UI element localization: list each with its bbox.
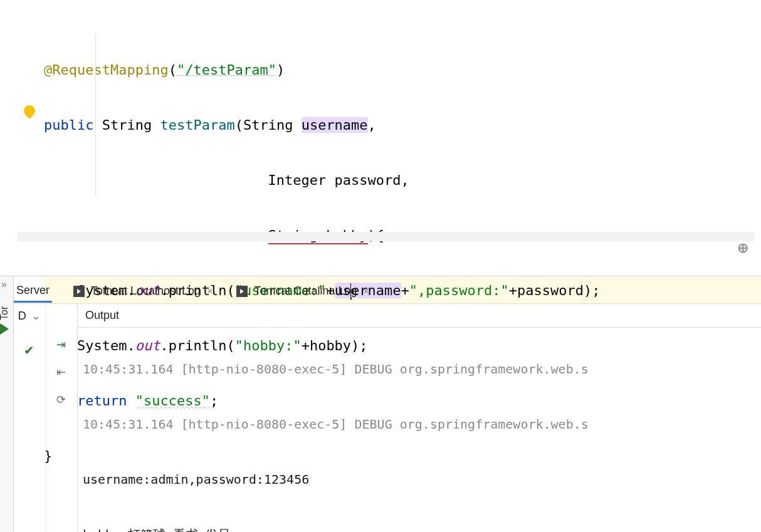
close-icon[interactable]: × — [364, 286, 369, 297]
output-title: Output — [78, 304, 761, 328]
log-icon — [73, 286, 85, 297]
run-tabs: Server Tomcat Localhost Log × Tomcat Cat… — [14, 276, 761, 304]
identifier-username: username — [302, 117, 368, 133]
console-line[interactable]: username:admin,password:123456 — [83, 466, 756, 493]
log-icon — [236, 286, 248, 297]
horizontal-scrollbar[interactable] — [18, 232, 755, 241]
intention-bulb-icon[interactable] — [21, 103, 37, 118]
tab-catalina-log[interactable]: Tomcat Catalina Log × — [234, 281, 371, 301]
close-icon[interactable]: × — [207, 286, 213, 297]
tab-label: Server — [16, 284, 50, 297]
add-icon[interactable]: ⊕ — [737, 240, 751, 254]
tool-window: » Tor Server Tomcat Localhost Log × Tomc… — [0, 276, 761, 532]
code-content[interactable]: @RequestMapping("/testParam") public Str… — [44, 0, 761, 232]
indent-guide — [95, 34, 96, 197]
run-icon[interactable] — [0, 323, 9, 335]
d-label: D — [18, 310, 26, 323]
chevron-down-icon[interactable]: ⌄ — [31, 309, 41, 323]
code-line[interactable]: @RequestMapping("/testParam") — [44, 56, 761, 84]
undeploy-icon[interactable]: ⇤ — [55, 365, 68, 379]
chevron-right-icon[interactable]: » — [1, 279, 7, 290]
deploy-icon[interactable]: ⇥ — [55, 338, 68, 352]
annotation: @RequestMapping — [44, 62, 169, 78]
tab-server[interactable]: Server — [14, 280, 52, 303]
console-line[interactable]: 10:45:31.164 [http-nio-8080-exec-5] DEBU… — [83, 410, 756, 438]
panel-body: D ⌄ ✔ ⇥ ⇤ ⟳ Output 10:45:31.164 [http-ni… — [14, 304, 761, 532]
run-toolbar: D ⌄ ✔ ⇥ ⇤ ⟳ — [14, 304, 78, 532]
console-line[interactable]: hobby:打篮球,看书,发呆 — [83, 521, 756, 532]
tab-label: Tomcat Catalina Log — [254, 284, 357, 298]
sidebar-label[interactable]: Tor — [0, 306, 10, 320]
tab-localhost-log[interactable]: Tomcat Localhost Log × — [71, 281, 215, 301]
refresh-icon[interactable]: ⟳ — [55, 393, 68, 407]
tab-label: Tomcat Localhost Log — [91, 284, 201, 298]
editor-gutter — [0, 0, 44, 232]
collapse-column[interactable]: » Tor — [0, 276, 14, 532]
request-path: "/testParam" — [177, 62, 276, 78]
hobby-output: hobby:打篮球,看书,发呆 — [83, 527, 231, 532]
code-editor[interactable]: @RequestMapping("/testParam") public Str… — [0, 0, 761, 232]
console-output[interactable]: 10:45:31.164 [http-nio-8080-exec-5] DEBU… — [78, 328, 761, 532]
output-panel: Output 10:45:31.164 [http-nio-8080-exec-… — [78, 304, 761, 532]
console-line[interactable]: 10:45:31.164 [http-nio-8080-exec-5] DEBU… — [83, 355, 756, 383]
code-line[interactable]: Integer password, — [44, 167, 761, 194]
check-icon[interactable]: ✔ — [23, 343, 36, 358]
code-line[interactable]: public String testParam(String username, — [44, 112, 761, 139]
